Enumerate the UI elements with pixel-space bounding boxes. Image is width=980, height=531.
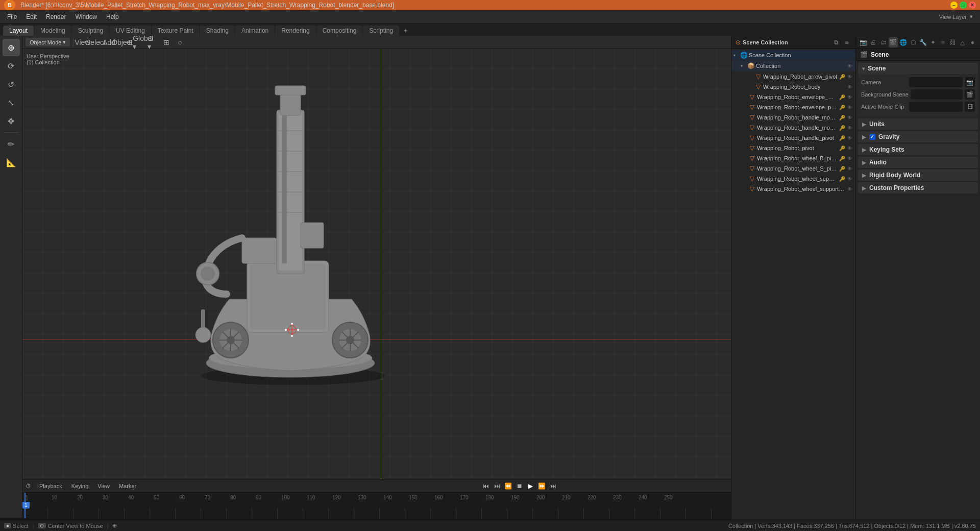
- props-tab-constraints[interactable]: ⛓: [948, 37, 957, 47]
- menu-file[interactable]: File: [3, 12, 21, 21]
- item-vis[interactable]: 👁: [846, 93, 853, 101]
- pivot-dropdown[interactable]: ⊙ ▾: [148, 37, 159, 48]
- proportional-btn[interactable]: ○: [174, 37, 185, 48]
- props-tab-modifiers[interactable]: 🔧: [919, 37, 927, 47]
- table-row[interactable]: ▽ Wrapping_Robot_wheel_support_pivot 👁: [731, 184, 855, 194]
- tool-transform[interactable]: ✥: [3, 112, 20, 130]
- item-key[interactable]: 🔑: [839, 165, 846, 172]
- minimize-button[interactable]: –: [950, 2, 958, 9]
- outliner-sort-btn[interactable]: ≡: [842, 38, 851, 47]
- item-vis[interactable]: 👁: [846, 175, 853, 182]
- tab-sculpting[interactable]: Sculpting: [72, 26, 109, 36]
- menu-render[interactable]: Render: [42, 12, 70, 21]
- section-gravity-header[interactable]: ▶ ✓ Gravity: [858, 131, 978, 142]
- outliner-scene-collection[interactable]: ▾ 🌐 Scene Collection: [731, 50, 855, 60]
- item-vis[interactable]: 👁: [846, 104, 853, 111]
- play-reverse-btn[interactable]: ⏪: [504, 481, 513, 491]
- props-tab-view-layer[interactable]: 🗂: [879, 37, 888, 47]
- section-scene-header[interactable]: ▾ Scene: [858, 63, 978, 74]
- item-key[interactable]: 🔑: [839, 93, 846, 101]
- marker-menu[interactable]: Marker: [116, 482, 139, 490]
- item-vis[interactable]: 👁: [846, 114, 853, 121]
- tab-scripting[interactable]: Scripting: [363, 26, 399, 36]
- tab-modeling[interactable]: Modeling: [34, 26, 71, 36]
- tab-animation[interactable]: Animation: [235, 26, 275, 36]
- table-row[interactable]: ▽ Wrapping_Robot_handle_mount_spring_piv…: [731, 123, 855, 133]
- table-row[interactable]: ▽ Wrapping_Robot_handle_mount_pivot 🔑 👁: [731, 112, 855, 123]
- camera-browse-btn[interactable]: 📷: [965, 77, 975, 87]
- global-dropdown[interactable]: ⊕ Global ▾: [134, 37, 145, 48]
- item-vis[interactable]: 👁: [846, 73, 853, 80]
- tab-layout[interactable]: Layout: [3, 26, 34, 36]
- item-vis[interactable]: 👁: [846, 83, 853, 90]
- item-key[interactable]: 🔑: [839, 124, 846, 131]
- table-row[interactable]: ▽ Wrapping_Robot_handle_pivot 🔑 👁: [731, 133, 855, 143]
- props-tab-material[interactable]: ●: [968, 37, 977, 47]
- tool-measure[interactable]: 📐: [3, 154, 20, 171]
- item-key[interactable]: 🔑: [839, 114, 846, 121]
- keying-menu[interactable]: Keying: [68, 482, 92, 490]
- table-row[interactable]: ▽ Wrapping_Robot_envelope_mpunt_pivot 🔑 …: [731, 92, 855, 102]
- item-key[interactable]: 🔑: [839, 134, 846, 141]
- tab-uv-editing[interactable]: UV Editing: [110, 26, 151, 36]
- object-mode-dropdown[interactable]: Object Mode ▾: [26, 38, 70, 46]
- table-row[interactable]: ▽ Wrapping_Robot_pivot 🔑 👁: [731, 143, 855, 153]
- background-scene-browse-btn[interactable]: 🎬: [965, 89, 975, 100]
- view-menu-timeline[interactable]: View: [94, 482, 113, 490]
- tool-cursor[interactable]: ⊕: [3, 39, 20, 56]
- props-tab-render[interactable]: 📷: [859, 37, 868, 47]
- close-button[interactable]: ✕: [969, 2, 976, 9]
- menu-window[interactable]: Window: [71, 12, 101, 21]
- item-key[interactable]: 🔑: [839, 175, 846, 182]
- table-row[interactable]: ▽ Wrapping_Robot_arrow_pivot 🔑 👁: [731, 71, 855, 82]
- tab-compositing[interactable]: Compositing: [316, 26, 363, 36]
- item-key[interactable]: 🔑: [839, 104, 846, 111]
- section-audio-header[interactable]: ▶ Audio: [858, 157, 978, 168]
- table-row[interactable]: ▽ Wrapping_Robot_envelope_pivot 🔑 👁: [731, 102, 855, 112]
- section-custom-props-header[interactable]: ▶ Custom Properties: [858, 182, 978, 194]
- stop-btn[interactable]: ⏹: [515, 481, 524, 491]
- jump-end-btn[interactable]: ⏭: [549, 481, 558, 491]
- play-forward-btn[interactable]: ⏩: [537, 481, 547, 491]
- maximize-button[interactable]: □: [960, 2, 967, 9]
- section-rigid-body-header[interactable]: ▶ Rigid Body World: [858, 170, 978, 181]
- table-row[interactable]: ▽ Wrapping_Robot_wheel_B_pivot 🔑 👁: [731, 153, 855, 163]
- props-tab-particles[interactable]: ✦: [928, 37, 937, 47]
- object-menu[interactable]: Object: [116, 37, 128, 48]
- tab-texture-paint[interactable]: Texture Paint: [152, 26, 200, 36]
- table-row[interactable]: ▽ Wrapping_Robot_body 👁: [731, 82, 855, 92]
- camera-input[interactable]: [909, 77, 963, 87]
- select-menu[interactable]: Select: [90, 37, 101, 48]
- playback-menu[interactable]: Playback: [36, 482, 65, 490]
- props-tab-scene[interactable]: 🎬: [889, 37, 897, 47]
- tool-annotate[interactable]: ✏: [3, 135, 20, 153]
- props-tab-output[interactable]: 🖨: [869, 37, 877, 47]
- snap-btn[interactable]: ⊞: [161, 37, 172, 48]
- movie-clip-input[interactable]: [909, 102, 963, 112]
- props-tab-data[interactable]: △: [958, 37, 967, 47]
- item-vis[interactable]: 👁: [846, 155, 853, 162]
- tool-scale[interactable]: ⤡: [3, 94, 20, 111]
- tab-rendering[interactable]: Rendering: [275, 26, 315, 36]
- props-tab-world[interactable]: 🌐: [899, 37, 908, 47]
- props-tab-object[interactable]: ⬡: [909, 37, 917, 47]
- gravity-checkbox[interactable]: ✓: [869, 134, 875, 140]
- window-controls[interactable]: – □ ✕: [950, 2, 976, 9]
- section-keying-sets-header[interactable]: ▶ Keying Sets: [858, 144, 978, 155]
- item-vis[interactable]: 👁: [846, 134, 853, 141]
- background-scene-input[interactable]: [911, 89, 963, 100]
- play-btn[interactable]: ▶: [526, 481, 535, 491]
- item-key[interactable]: 🔑: [839, 73, 846, 80]
- outliner-filter-btn[interactable]: ⧉: [831, 38, 841, 47]
- tool-move[interactable]: ⟳: [3, 57, 20, 75]
- item-vis[interactable]: 👁: [846, 124, 853, 131]
- collection-visibility[interactable]: 👁: [846, 62, 853, 69]
- menu-edit[interactable]: Edit: [22, 12, 41, 21]
- section-units-header[interactable]: ▶ Units: [858, 118, 978, 130]
- props-tab-physics[interactable]: ⚛: [938, 37, 947, 47]
- outliner-collection[interactable]: ▾ 📦 Collection 👁: [731, 61, 855, 71]
- menu-help[interactable]: Help: [102, 12, 123, 21]
- item-key[interactable]: 🔑: [839, 144, 846, 152]
- item-key[interactable]: 🔑: [839, 155, 846, 162]
- table-row[interactable]: ▽ Wrapping_Robot_wheel_S_pivot 🔑 👁: [731, 163, 855, 174]
